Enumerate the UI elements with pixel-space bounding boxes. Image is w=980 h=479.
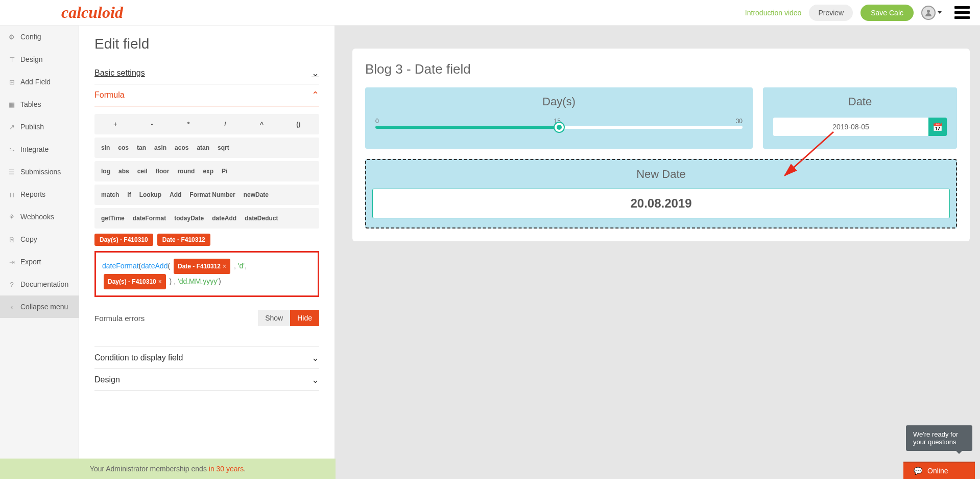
calendar-button[interactable]: 📅 bbox=[928, 118, 947, 136]
function-button[interactable]: asin bbox=[150, 140, 171, 155]
sidebar-icon: ↗ bbox=[8, 123, 15, 130]
newdate-widget[interactable]: New Date 20.08.2019 bbox=[365, 159, 957, 229]
sidebar-item-submissions[interactable]: ☰Submissions bbox=[0, 161, 79, 183]
accordion-condition[interactable]: Condition to display field ⌄ bbox=[94, 347, 319, 369]
hamburger-menu[interactable] bbox=[954, 6, 970, 19]
sidebar-item-design[interactable]: ⊤Design bbox=[0, 48, 79, 71]
operator-button[interactable]: + bbox=[97, 117, 134, 132]
function-button[interactable]: exp bbox=[199, 164, 218, 179]
header: calculoid Introduction video Preview Sav… bbox=[0, 0, 980, 26]
newdate-title: New Date bbox=[372, 168, 950, 181]
function-button[interactable]: match bbox=[97, 187, 123, 202]
chat-tooltip: We're ready for your questions bbox=[906, 425, 972, 451]
slider-thumb[interactable] bbox=[555, 123, 564, 132]
function-button[interactable]: if bbox=[123, 187, 135, 202]
accordion-design[interactable]: Design ⌄ bbox=[94, 369, 319, 391]
sidebar-item-documentation[interactable]: ?Documentation bbox=[0, 273, 79, 295]
sidebar-item-label: Collapse menu bbox=[20, 303, 68, 311]
function-button[interactable]: sqrt bbox=[213, 140, 233, 155]
function-button[interactable]: Pi bbox=[218, 164, 231, 179]
sidebar-icon: ⚙ bbox=[8, 33, 15, 40]
function-button[interactable]: sin bbox=[97, 140, 114, 155]
membership-footer: Your Administrator membership ends in 30… bbox=[0, 459, 336, 479]
operator-button[interactable]: * bbox=[170, 117, 207, 132]
days-slider[interactable] bbox=[375, 126, 743, 129]
sidebar-icon: ⫼ bbox=[8, 191, 15, 198]
sidebar-icon: ⇋ bbox=[8, 146, 15, 153]
sidebar-item-config[interactable]: ⚙Config bbox=[0, 26, 79, 48]
sidebar-icon: ⊤ bbox=[8, 56, 15, 63]
function-button[interactable]: acos bbox=[171, 140, 193, 155]
function-button[interactable]: dateAdd bbox=[208, 211, 241, 226]
user-menu[interactable] bbox=[921, 6, 942, 20]
functions-row-1: sincostanasinacosatansqrt bbox=[94, 138, 319, 158]
sidebar-icon: ‹ bbox=[8, 303, 15, 310]
user-icon bbox=[921, 6, 936, 20]
formula-field-token[interactable]: Date - F410312× bbox=[174, 259, 230, 274]
function-button[interactable]: ceil bbox=[133, 164, 152, 179]
accordion-basic-settings[interactable]: Basic settings ⌄ bbox=[94, 62, 319, 84]
function-button[interactable]: Lookup bbox=[135, 187, 165, 202]
operator-button[interactable]: ^ bbox=[244, 117, 280, 132]
preview-button[interactable]: Preview bbox=[809, 5, 853, 21]
sidebar-item-label: Integrate bbox=[20, 145, 49, 153]
function-button[interactable]: abs bbox=[114, 164, 133, 179]
sidebar-item-add-field[interactable]: ⊞Add Field bbox=[0, 71, 79, 93]
calendar-icon: 📅 bbox=[933, 122, 943, 132]
close-icon[interactable]: × bbox=[223, 263, 226, 270]
sidebar-item-label: Tables bbox=[20, 100, 41, 108]
operator-button[interactable]: / bbox=[207, 117, 244, 132]
function-button[interactable]: Add bbox=[165, 187, 185, 202]
sidebar-item-integrate[interactable]: ⇋Integrate bbox=[0, 138, 79, 161]
hide-button[interactable]: Hide bbox=[290, 310, 319, 326]
logo[interactable]: calculoid bbox=[61, 3, 123, 22]
days-widget: Day(s) 0 15 30 bbox=[365, 87, 753, 149]
formula-field-token[interactable]: Day(s) - F410310× bbox=[104, 274, 166, 289]
caret-down-icon bbox=[938, 11, 942, 14]
function-button[interactable]: floor bbox=[152, 164, 174, 179]
formula-errors-label: Formula errors bbox=[94, 314, 145, 323]
sidebar-item-webhooks[interactable]: ⚘Webhooks bbox=[0, 206, 79, 228]
formula-token-func: dateAdd bbox=[141, 262, 168, 270]
sidebar-item-export[interactable]: ⇥Export bbox=[0, 250, 79, 273]
accordion-formula[interactable]: Formula ⌃ bbox=[94, 84, 319, 106]
function-button[interactable]: todayDate bbox=[170, 211, 208, 226]
date-title: Date bbox=[773, 95, 947, 108]
editor-title: Edit field bbox=[94, 36, 319, 52]
formula-editor[interactable]: dateFormat(dateAdd( Date - F410312× , 'd… bbox=[94, 251, 319, 297]
sidebar-item-collapse-menu[interactable]: ‹Collapse menu bbox=[0, 295, 79, 318]
function-button[interactable]: tan bbox=[133, 140, 150, 155]
operator-button[interactable]: () bbox=[280, 117, 317, 132]
sidebar-item-tables[interactable]: ▦Tables bbox=[0, 93, 79, 116]
chevron-up-icon: ⌃ bbox=[312, 89, 319, 101]
function-button[interactable]: round bbox=[173, 164, 199, 179]
close-icon[interactable]: × bbox=[158, 278, 162, 285]
show-button[interactable]: Show bbox=[258, 310, 290, 326]
svg-point-0 bbox=[927, 10, 930, 13]
function-button[interactable]: cos bbox=[114, 140, 133, 155]
intro-video-link[interactable]: Introduction video bbox=[745, 9, 802, 17]
sidebar-item-label: Documentation bbox=[20, 280, 68, 288]
function-button[interactable]: Format Number bbox=[185, 187, 239, 202]
sidebar-item-copy[interactable]: ⎘Copy bbox=[0, 228, 79, 250]
function-button[interactable]: newDate bbox=[240, 187, 273, 202]
sidebar-item-publish[interactable]: ↗Publish bbox=[0, 116, 79, 138]
sidebar-icon: ☰ bbox=[8, 168, 15, 175]
preview-title: Blog 3 - Date field bbox=[365, 61, 957, 77]
operator-button[interactable]: - bbox=[134, 117, 171, 132]
function-button[interactable]: log bbox=[97, 164, 114, 179]
date-input[interactable]: 2019-08-05 bbox=[773, 118, 928, 136]
function-button[interactable]: dateFormat bbox=[129, 211, 170, 226]
function-button[interactable]: getTime bbox=[97, 211, 129, 226]
chat-button[interactable]: 💬 Online bbox=[903, 462, 975, 479]
field-tag[interactable]: Day(s) - F410310 bbox=[94, 234, 153, 246]
field-tag[interactable]: Date - F410312 bbox=[157, 234, 210, 246]
editor-panel: Edit field Basic settings ⌄ Formula ⌃ +-… bbox=[79, 26, 334, 479]
function-button[interactable]: atan bbox=[193, 140, 213, 155]
sidebar-item-label: Reports bbox=[20, 190, 45, 198]
sidebar-item-reports[interactable]: ⫼Reports bbox=[0, 183, 79, 206]
sidebar-icon: ? bbox=[8, 281, 15, 288]
save-calc-button[interactable]: Save Calc bbox=[861, 5, 914, 21]
function-button[interactable]: dateDeduct bbox=[241, 211, 282, 226]
sidebar-item-label: Export bbox=[20, 258, 41, 266]
